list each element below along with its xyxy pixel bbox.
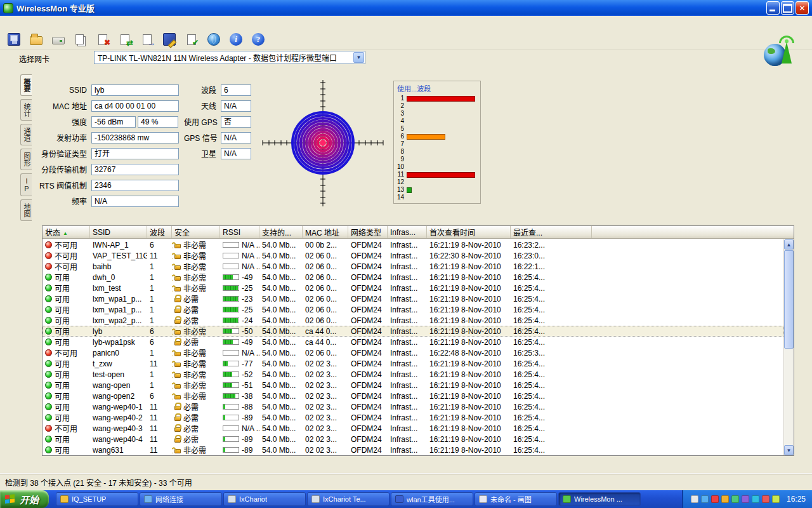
taskbar-button[interactable]: IQ_SETUP xyxy=(56,492,138,506)
field-value[interactable]: 6 xyxy=(221,84,251,96)
column-header-status[interactable]: 状态 xyxy=(43,226,90,238)
table-row[interactable]: 可用 lxm_wpa1_p... 1 必需 -25 54.0 Mb... 02 … xyxy=(43,304,783,315)
field-value[interactable]: 32767 xyxy=(91,164,179,175)
toolbar-button[interactable] xyxy=(249,30,267,48)
table-row[interactable]: 可用 lxm_wpa2_p... 1 必需 -24 54.0 Mb... 02 … xyxy=(43,315,783,326)
start-button[interactable]: 开始 xyxy=(0,490,49,508)
toolbar-button[interactable] xyxy=(138,30,156,48)
field-value[interactable]: lyb xyxy=(91,84,179,96)
column-header-rssi[interactable]: RSSI xyxy=(220,226,259,238)
summary-field: 波段 6 xyxy=(184,82,251,98)
rssi-value: N/A ... xyxy=(242,349,259,358)
toolbar-button[interactable] xyxy=(183,30,200,48)
column-header-ssid[interactable]: SSID xyxy=(90,226,147,238)
column-header-infrastructure[interactable]: Infras... xyxy=(388,226,427,238)
field-value[interactable]: 否 xyxy=(221,116,251,128)
taskbar-button[interactable]: wlan工具使用... xyxy=(391,492,473,506)
tray-icon[interactable] xyxy=(731,495,739,503)
taskbar-button[interactable]: IxChariot Te... xyxy=(307,492,390,506)
menu-item[interactable] xyxy=(25,21,37,23)
rssi-value: N/A ... xyxy=(242,241,259,250)
toolbar-button[interactable] xyxy=(5,30,23,48)
table-row[interactable]: 可用 lxm_wpa1_p... 1 必需 -23 54.0 Mb... 02 … xyxy=(43,293,783,304)
table-row[interactable]: 可用 wang-wep40-1 11 必需 -88 54.0 Mb... 02 … xyxy=(43,401,783,412)
column-header-channel[interactable]: 波段 xyxy=(147,226,172,238)
scrollbar-thumb[interactable] xyxy=(784,250,794,349)
tray-icon[interactable] xyxy=(721,495,729,503)
field-value[interactable]: N/A xyxy=(91,196,179,207)
table-row[interactable]: 不可用 panicn0 1 非必需 N/A ... 54.0 Mb... 02 … xyxy=(43,347,783,358)
column-header-rates[interactable]: 支持的... xyxy=(259,226,303,238)
vertical-scrollbar[interactable]: ▲ ▼ xyxy=(783,239,794,455)
table-row[interactable]: 可用 lyb-wpa1psk 6 必需 -49 54.0 Mb... ca 44… xyxy=(43,337,783,347)
taskbar-button[interactable]: IxChariot xyxy=(223,492,306,506)
table-row[interactable]: 可用 wang631 11 非必需 -89 54.0 Mb... 02 02 3… xyxy=(43,444,783,455)
column-header-security[interactable]: 安全 xyxy=(172,226,220,238)
toolbar-button[interactable] xyxy=(160,30,178,48)
close-button[interactable] xyxy=(796,1,809,15)
tray-icon[interactable] xyxy=(762,495,769,503)
table-row[interactable]: 可用 wang-wep40-4 11 必需 -89 54.0 Mb... 02 … xyxy=(43,434,783,444)
table-row[interactable]: 可用 wang-open 1 非必需 -51 54.0 Mb... 02 02 … xyxy=(43,380,783,391)
table-row[interactable]: 可用 lyb 6 非必需 -50 54.0 Mb... ca 44 0... O… xyxy=(43,326,783,337)
adapter-select[interactable]: TP-LINK TL-WN821N 11N Wireless Adapter -… xyxy=(94,51,365,64)
column-header-mac[interactable]: MAC 地址 xyxy=(303,226,348,238)
field-value[interactable]: 打开 xyxy=(91,148,179,159)
table-row[interactable]: 不可用 baihb 1 非必需 N/A ... 54.0 Mb... 02 06… xyxy=(43,261,783,272)
rssi-value: -52 xyxy=(242,370,252,379)
minimize-button[interactable] xyxy=(766,1,780,15)
table-row[interactable]: 可用 dwh_0 1 非必需 -49 54.0 Mb... 02 06 0...… xyxy=(43,272,783,283)
table-row[interactable]: 可用 t_zxw 11 非必需 -77 54.0 Mb... 02 02 3..… xyxy=(43,358,783,369)
table-row[interactable]: 不可用 wang-wep40-3 11 必需 N/A ... 54.0 Mb..… xyxy=(43,423,783,434)
field-value[interactable]: N/A xyxy=(221,132,251,144)
sidebar-tab[interactable]: 图形 xyxy=(20,149,32,170)
table-row[interactable]: 不可用 VAP_TEST_11G 11 非必需 N/A ... 54.0 Mb.… xyxy=(43,250,783,261)
tray-icon[interactable] xyxy=(742,495,749,503)
sidebar-tab[interactable]: 通道 xyxy=(20,124,32,145)
table-row[interactable]: 可用 test-open 1 非必需 -52 54.0 Mb... 02 02 … xyxy=(43,369,783,380)
field-value[interactable]: ca d4 00 00 01 00 xyxy=(91,100,179,112)
toolbar-button[interactable] xyxy=(116,30,134,48)
chevron-down-icon[interactable]: ▼ xyxy=(353,52,364,63)
toolbar-button[interactable] xyxy=(205,30,223,48)
tray-icon[interactable] xyxy=(772,495,780,503)
maximize-button[interactable] xyxy=(781,1,794,15)
taskbar-button[interactable]: 网络连接 xyxy=(140,492,222,506)
toolbar-button[interactable] xyxy=(72,30,89,48)
scroll-up-arrow[interactable]: ▲ xyxy=(784,239,794,250)
sidebar-tab[interactable]: IP xyxy=(20,173,32,196)
column-header-last-seen[interactable]: 最近查... xyxy=(511,226,592,238)
channel-bar-row: 5 xyxy=(397,125,477,133)
table-row[interactable]: 可用 lxm_test 1 非必需 -25 54.0 Mb... 02 06 0… xyxy=(43,283,783,293)
toolbar-button[interactable] xyxy=(27,30,45,48)
column-header-first-seen[interactable]: 首次查看时间 xyxy=(427,226,511,238)
scroll-down-arrow[interactable]: ▼ xyxy=(784,445,794,455)
taskbar-button[interactable]: 未命名 - 画图 xyxy=(475,492,557,506)
tray-icon[interactable] xyxy=(701,495,709,503)
sidebar-tab[interactable]: 地图 xyxy=(20,199,32,221)
toolbar-button[interactable] xyxy=(94,30,112,48)
field-value[interactable]: -150238868 mw xyxy=(91,132,179,144)
tray-icon[interactable] xyxy=(752,495,759,503)
table-row[interactable]: 不可用 IWN-AP_1 6 非必需 N/A ... 54.0 Mb... 00… xyxy=(43,239,783,250)
sidebar-tab[interactable]: 概要 xyxy=(20,74,32,96)
menu-item[interactable] xyxy=(3,21,14,23)
sidebar-tab[interactable]: 统计 xyxy=(20,99,32,121)
table-row[interactable]: 可用 wang-wep40-2 11 必需 -89 54.0 Mb... 02 … xyxy=(43,412,783,423)
cell-ssid: VAP_TEST_11G xyxy=(90,251,147,260)
toolbar-button[interactable] xyxy=(227,30,245,48)
field-value[interactable]: N/A xyxy=(221,148,251,159)
field-value[interactable]: N/A xyxy=(221,100,251,112)
tray-icon[interactable] xyxy=(691,495,698,503)
tray-icon[interactable] xyxy=(711,495,719,503)
toolbar-button[interactable] xyxy=(49,30,67,48)
taskbar-button[interactable]: WirelessMon ... xyxy=(558,492,641,506)
cell-first-seen: 16:21:19 8-Nov-2010 xyxy=(427,284,511,293)
table-row[interactable]: 可用 wang-open2 6 非必需 -38 54.0 Mb... 02 02… xyxy=(43,391,783,401)
field-value[interactable]: -56 dBm xyxy=(91,116,136,128)
access-point-table: 状态 SSID 波段 安全 RSSI 支持的... MAC 地址 网络类型 In… xyxy=(42,225,794,456)
menu-item[interactable] xyxy=(14,21,25,23)
field-value[interactable]: 2346 xyxy=(91,180,179,191)
field-value-2[interactable]: 49 % xyxy=(138,116,178,128)
column-header-network-type[interactable]: 网络类型 xyxy=(348,226,388,238)
